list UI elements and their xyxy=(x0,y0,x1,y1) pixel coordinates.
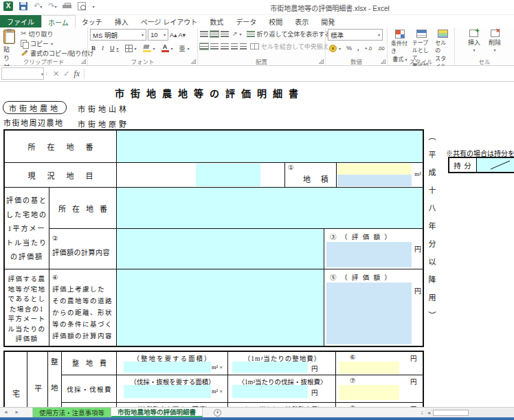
group-styles: 条件付き 書式 ▾ テーブルとして 書式設定 ▾ セルの スタイル ▾ スタイル xyxy=(388,27,455,65)
align-bottom-icon[interactable] xyxy=(221,31,229,37)
insert-cells-button[interactable]: 挿入▾ xyxy=(467,29,482,53)
tab-scroll-left-icon[interactable]: ◂ xyxy=(0,408,12,417)
shrink-font-icon[interactable]: A▾ xyxy=(179,32,186,38)
align-left-icon[interactable] xyxy=(200,43,208,49)
insert-function-icon[interactable]: fx xyxy=(74,69,80,79)
dialog-launcher-icon[interactable] xyxy=(191,59,196,64)
add-sheet-icon[interactable]: + xyxy=(214,409,221,417)
comma-style-button[interactable]: , xyxy=(356,43,361,53)
tab-insert[interactable]: 挿入 xyxy=(109,15,135,27)
font-size-select[interactable]: 10▾ xyxy=(148,29,168,41)
row2-result-input[interactable] xyxy=(339,385,399,400)
sec2-eval-input-cell[interactable] xyxy=(326,283,412,344)
dialog-launcher-icon[interactable] xyxy=(81,59,86,64)
number-format-select[interactable]: 標準▾ xyxy=(328,29,383,41)
font-color-button[interactable]: A▾ xyxy=(160,43,175,53)
tab-view[interactable]: 表示 xyxy=(289,15,315,27)
row1-result-input[interactable] xyxy=(339,362,399,374)
accounting-format-button[interactable]: ¥▾ xyxy=(328,43,342,53)
tabbar-splitter[interactable]: ⁞⁞ xyxy=(421,410,423,416)
tab-review[interactable]: 校閲 xyxy=(262,15,289,27)
print-preview-icon[interactable] xyxy=(78,2,86,10)
current-landuse-cells[interactable] xyxy=(117,163,284,188)
land-type-shigaichi-genya[interactable]: 市街地原野 xyxy=(78,118,129,129)
col-takuchi: 宅 xyxy=(5,352,27,407)
current-landuse-input-cell[interactable] xyxy=(196,164,260,186)
tab-developer[interactable]: 開発 xyxy=(315,15,341,27)
font-name-select[interactable]: MS 明朝▾ xyxy=(90,29,146,41)
save-icon[interactable] xyxy=(19,2,27,10)
conditional-formatting-icon xyxy=(395,30,405,38)
borders-button[interactable]: ▾ xyxy=(124,43,138,53)
undo-icon[interactable]: ↶▾ xyxy=(34,1,42,11)
cut-button[interactable]: ✂ 切り取り xyxy=(19,29,96,38)
dialog-launcher-icon[interactable] xyxy=(381,59,386,64)
redo-icon[interactable]: ↷▾ xyxy=(48,1,56,11)
main-table: 所在地番 現況地目 ① 地 積 m² 評価の基とした宅地の 1平方メートル当たり… xyxy=(3,129,424,347)
horizontal-scrollbar[interactable]: ◂ xyxy=(425,408,514,417)
formula-input[interactable] xyxy=(85,66,514,81)
dialog-launcher-icon[interactable] xyxy=(319,59,324,64)
wrap-text-button[interactable]: 折り返して全体を表示する xyxy=(245,29,333,38)
scrollbar-thumb[interactable] xyxy=(433,410,469,416)
print-icon[interactable] xyxy=(63,3,71,10)
share-label: 持 分 xyxy=(449,158,477,172)
group-cells: 挿入▾ 削除▾ セル xyxy=(455,27,514,65)
tab-scroll-right-icon[interactable]: ▸ xyxy=(12,408,23,417)
sec1-location-input-cell[interactable] xyxy=(117,188,423,229)
sec1-calc-input-cell[interactable] xyxy=(117,229,324,269)
area-input-yellow-cell[interactable] xyxy=(337,164,412,175)
align-top-icon[interactable] xyxy=(200,31,208,37)
share-input-cell[interactable] xyxy=(477,158,514,172)
scroll-left-icon[interactable]: ◂ xyxy=(425,410,433,416)
format-painter-icon xyxy=(21,49,28,57)
sec2-left-label: 評価する農地等が宅地 であるとした場合の1 平方メートル当たりの 評価額 xyxy=(5,269,49,346)
tab-formulas[interactable]: 数式 xyxy=(203,15,230,27)
underline-button[interactable]: U▾ xyxy=(109,43,120,53)
align-center-icon[interactable] xyxy=(210,43,219,49)
row1-area-input[interactable] xyxy=(124,362,211,373)
land-type-shigaichi-sanrin[interactable]: 市街地山林 xyxy=(78,103,129,114)
file-tab[interactable]: ファイル xyxy=(0,15,41,27)
increase-decimal-button[interactable]: +.0 xyxy=(364,43,374,53)
orientation-button[interactable]: ↗▾ xyxy=(231,29,243,38)
sec2-eval-label: ⑤ （ 評 価 額 ） xyxy=(330,272,392,282)
row1-number: ⑥ xyxy=(350,353,356,361)
italic-button[interactable]: I xyxy=(100,43,105,53)
align-middle-icon[interactable] xyxy=(210,31,219,37)
align-right-icon[interactable] xyxy=(221,43,229,49)
merge-center-button[interactable]: セルを結合して中央揃え▾ xyxy=(249,41,335,51)
grow-font-icon[interactable]: A▴ xyxy=(170,32,177,38)
phonetic-button[interactable]: 亜▾ xyxy=(178,43,191,53)
qat-menu-icon[interactable]: ▾ xyxy=(92,4,94,9)
row2-cost-input[interactable] xyxy=(232,385,308,398)
sec2-calc-input-cell[interactable] xyxy=(117,269,324,346)
tab-touch[interactable]: タッチ xyxy=(76,15,109,27)
copy-button[interactable]: コピー▾ xyxy=(19,38,96,48)
decrease-decimal-button[interactable]: .00 xyxy=(376,43,386,53)
sec1-eval-input-cell[interactable] xyxy=(326,242,412,267)
percent-style-button[interactable]: % xyxy=(345,43,353,53)
tab-home[interactable]: ホーム xyxy=(41,15,76,27)
tab-data[interactable]: データ xyxy=(230,15,262,27)
increase-indent-icon[interactable] xyxy=(240,43,247,49)
decrease-indent-icon[interactable] xyxy=(231,43,238,49)
row1-cost-input[interactable] xyxy=(232,362,308,373)
formula-bar-splitter[interactable]: ⁞ xyxy=(44,71,49,77)
format-painter-button[interactable]: 書式のコピー/貼り付け xyxy=(19,48,96,58)
bold-button[interactable]: B xyxy=(90,43,97,53)
location-input-cell[interactable] xyxy=(117,131,423,163)
cancel-icon[interactable]: ✕ xyxy=(53,69,59,78)
fill-color-button[interactable]: ▾ xyxy=(142,43,157,53)
sheet-tab-usage-notes[interactable]: 使用方法・注意事項等 xyxy=(32,408,111,417)
row2-area-input[interactable] xyxy=(124,385,211,398)
sheet-tab-meisaisho-active[interactable]: 市街地農地等の評価明細書 xyxy=(111,408,203,417)
delete-cells-button[interactable]: 削除▾ xyxy=(487,29,502,53)
area-input-blue-cell[interactable] xyxy=(337,175,412,186)
enter-icon[interactable]: ✓ xyxy=(63,69,69,78)
land-type-shigaichi-shuhen-nochi[interactable]: 市街地周辺農地 xyxy=(3,117,64,128)
name-box[interactable]: ▾ xyxy=(1,67,44,80)
land-type-shigaichi-nochi-selected[interactable]: 市街地農地 xyxy=(3,101,67,114)
copy-icon xyxy=(21,40,28,47)
tab-page-layout[interactable]: ページ レイアウト xyxy=(135,15,204,27)
